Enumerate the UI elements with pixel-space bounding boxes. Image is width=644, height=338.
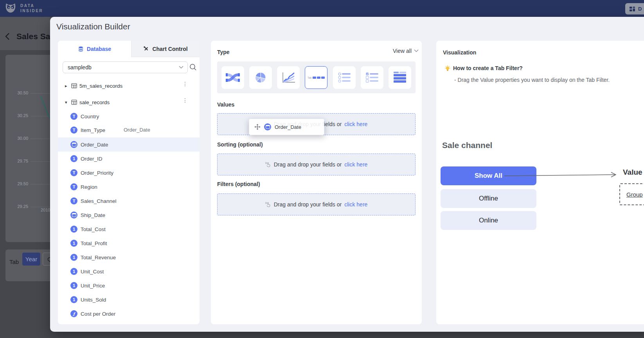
field-label: Order_ID (81, 156, 103, 162)
number-field-icon (70, 226, 77, 233)
y-axis-tick: 30.50 (11, 90, 28, 95)
table-menu-button[interactable]: ⋮ (182, 82, 188, 90)
dashboard-button[interactable]: D (625, 3, 644, 14)
field-row-sales-channel[interactable]: Sales_Channel (58, 194, 200, 208)
option-online[interactable]: Online (441, 211, 536, 230)
date-field-icon (264, 123, 271, 130)
function-field-icon (70, 310, 77, 317)
field-row-ship-date[interactable]: Ship_Date (58, 208, 200, 222)
field-row-units-sold[interactable]: Units_Sold (58, 293, 200, 307)
y-axis-tick: 30.00 (11, 136, 28, 141)
y-axis-tick: 29.25 (11, 204, 28, 209)
field-row-order-priority[interactable]: Order_Priority (58, 166, 200, 180)
field-label: Unit_Cost (81, 269, 104, 275)
field-label: Total_Profit (81, 240, 107, 246)
line-series (39, 94, 50, 121)
chip-label: Order_Date (275, 124, 301, 130)
field-label: Order_Date (81, 142, 108, 148)
database-panel: Database Chart Control sampledb (58, 41, 200, 324)
visualization-label: Visualization (443, 49, 476, 56)
click-here-link[interactable]: click here (344, 161, 367, 168)
gridline (31, 93, 50, 94)
x-axis-tick: 2010 (41, 208, 50, 212)
screen: DATA INSIDER D Sales Sa (0, 0, 644, 338)
gridline (31, 207, 50, 207)
field-row-unit-price[interactable]: Unit_Price (58, 278, 200, 293)
field-row-total-revenue[interactable]: Total_Revenue (58, 250, 200, 264)
chart-type-pie[interactable] (249, 66, 272, 89)
background-page-header: Sales Sa (0, 17, 50, 50)
tip-body: - Drag the Value properties you want to … (454, 77, 610, 83)
chart-type-radio-list[interactable] (333, 66, 356, 89)
group-link[interactable]: Group (626, 191, 643, 198)
table-icon (71, 99, 77, 105)
line-chart-icon (281, 72, 295, 83)
view-all-select[interactable]: View all (393, 48, 419, 54)
table-name: sale_records (79, 99, 110, 105)
tab-database[interactable]: Database (58, 41, 131, 57)
owl-logo-icon (5, 2, 16, 14)
quarter-button: Qu (43, 253, 50, 266)
click-here-link[interactable]: click here (344, 121, 367, 127)
table-row-5m-sales-records[interactable]: ▸ 5m_sales_records ⋮ (58, 79, 200, 93)
field-label: Region (81, 184, 97, 190)
table-icon (71, 83, 77, 89)
tip-title: How to create a Tab Filter? (453, 65, 523, 71)
expand-icon[interactable]: ▸ (65, 83, 69, 89)
chevron-down-icon (414, 49, 419, 52)
sorting-dropzone[interactable]: Drag and drop your fields or click here (217, 154, 416, 175)
tab-database-label: Database (87, 46, 111, 52)
panel-tabs: Database Chart Control (58, 41, 200, 57)
table-menu-button[interactable]: ⋮ (182, 98, 188, 106)
filters-dropzone[interactable]: Drag and drop your fields or click here (217, 193, 416, 215)
field-row-cost-per-order[interactable]: Cost per Order (58, 307, 200, 321)
chart-type-checkbox-list[interactable] (361, 66, 383, 89)
number-field-icon (70, 240, 77, 247)
table-row-sale-records[interactable]: ▾ sale_records ⋮ (58, 95, 200, 109)
gridline (31, 184, 50, 184)
chart-type-strip: Tab (217, 61, 416, 93)
sankey-chart-icon (225, 72, 240, 83)
chart-type-tab-filter[interactable]: Tab (305, 66, 327, 89)
sorting-label: Sorting (optional) (217, 141, 263, 148)
back-chevron-icon (5, 33, 11, 40)
field-row-total-cost[interactable]: Total_Cost (58, 222, 200, 236)
chart-type-sankey[interactable] (221, 66, 244, 89)
field-row-country[interactable]: Country (58, 109, 200, 123)
annotation-heading: Value (623, 168, 642, 177)
lightbulb-icon (444, 65, 451, 72)
field-row-total-profit[interactable]: Total_Profit (58, 236, 200, 250)
field-label: Country (81, 114, 99, 119)
field-row-order-id[interactable]: Order_ID (58, 152, 200, 166)
dragged-field-chip[interactable]: Order_Date (249, 119, 324, 135)
background-page: Sales Sa 30.50 30.25 30.00 29.75 29.50 2… (0, 17, 50, 338)
datasource-value: sampledb (68, 64, 92, 70)
builder-panel: Type View all (211, 41, 422, 324)
datasource-select[interactable]: sampledb (63, 61, 188, 73)
type-label: Type (217, 49, 230, 55)
chart-type-table[interactable] (389, 66, 411, 89)
chart-type-line[interactable] (277, 66, 300, 89)
radio-list-icon (338, 72, 351, 83)
number-field-icon (70, 268, 77, 275)
database-icon (78, 46, 84, 52)
field-label: Ship_Date (81, 212, 105, 218)
field-row-region[interactable]: Region (58, 180, 200, 194)
tab-filter-icon: Tab (308, 74, 325, 81)
field-row-order-date[interactable]: Order_Date (58, 137, 200, 152)
y-axis-tick: 29.50 (11, 181, 28, 186)
svg-text:Tab: Tab (308, 76, 312, 79)
collapse-icon[interactable]: ▾ (65, 100, 69, 105)
tab-bar-label: Tab (9, 258, 19, 265)
number-field-icon (70, 296, 77, 303)
search-icon[interactable] (189, 63, 197, 71)
field-row-unit-cost[interactable]: Unit_Cost (58, 264, 200, 278)
option-offline[interactable]: Offline (441, 189, 536, 208)
drag-hand-icon (265, 162, 271, 168)
click-here-link[interactable]: click here (344, 201, 367, 208)
annotation-group-box: Group (619, 183, 644, 205)
text-field-icon (70, 113, 77, 120)
table-name: 5m_sales_records (79, 83, 122, 89)
field-label: Order_Priority (81, 170, 113, 176)
tab-chart-control[interactable]: Chart Control (131, 41, 200, 57)
